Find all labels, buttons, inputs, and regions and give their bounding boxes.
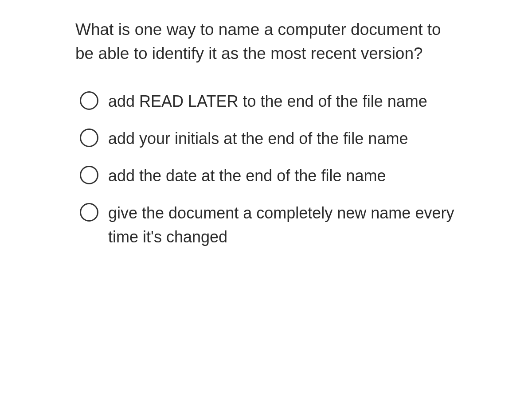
option-4-label: give the document a completely new name … (108, 201, 457, 249)
radio-icon[interactable] (80, 129, 98, 147)
question-block: What is one way to name a computer docum… (75, 18, 457, 249)
option-1-label: add READ LATER to the end of the file na… (108, 90, 427, 113)
option-3-label: add the date at the end of the file name (108, 164, 386, 188)
option-2-label: add your initials at the end of the file… (108, 127, 408, 151)
radio-icon[interactable] (80, 203, 98, 222)
option-3[interactable]: add the date at the end of the file name (80, 164, 457, 188)
options-list: add READ LATER to the end of the file na… (75, 90, 457, 249)
option-1[interactable]: add READ LATER to the end of the file na… (80, 90, 457, 113)
radio-icon[interactable] (80, 91, 98, 110)
question-prompt: What is one way to name a computer docum… (75, 18, 457, 65)
radio-icon[interactable] (80, 166, 98, 184)
option-2[interactable]: add your initials at the end of the file… (80, 127, 457, 151)
option-4[interactable]: give the document a completely new name … (80, 201, 457, 249)
